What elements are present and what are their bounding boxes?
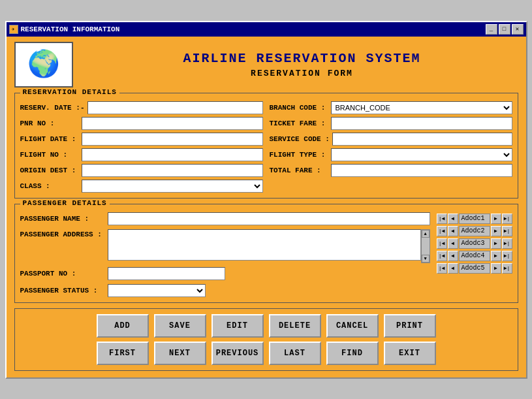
reserv-date-input[interactable] [87, 101, 263, 114]
adodc3-first-btn[interactable]: |◀ [437, 238, 447, 249]
app-title: AIRLINE RESERVATION SYSTEM [86, 51, 518, 66]
class-row: CLASS : [20, 180, 263, 193]
adodc2-first-btn[interactable]: |◀ [437, 226, 447, 236]
passport-no-input[interactable] [108, 267, 225, 280]
reservation-section-label: RESERVATION DETAILS [20, 88, 119, 96]
first-button[interactable]: FIRST [97, 342, 149, 365]
pnr-input[interactable] [82, 117, 263, 130]
exit-button[interactable]: EXIT [384, 342, 436, 365]
passenger-section-label: PASSENGER DETAILS [20, 199, 110, 207]
next-button[interactable]: NEXT [154, 342, 206, 365]
delete-button[interactable]: DELETE [269, 314, 321, 338]
buttons-section: ADD SAVE EDIT DELETE CANCEL PRINT FIRST … [14, 308, 518, 371]
adodc4-last-btn[interactable]: ▶| [502, 251, 512, 261]
passport-no-row: PASSPORT NO : [20, 267, 430, 280]
branch-code-label: BRANCH CODE : [270, 104, 328, 112]
service-code-input[interactable] [332, 133, 512, 146]
adodc5-next-btn[interactable]: ▶ [491, 263, 501, 274]
adodc1-first-btn[interactable]: |◀ [437, 214, 447, 224]
title-bar-controls: _ □ ✕ [486, 24, 524, 35]
branch-code-row: BRANCH CODE : BRANCH_CODE [270, 101, 512, 114]
service-code-row: SERVICE CODE : [270, 133, 512, 146]
form-subtitle: RESERVATION FORM [86, 69, 518, 78]
total-fare-label: TOTAL FARE : [270, 167, 328, 174]
adodc3-row: |◀ ◀ Adodc3 ▶ ▶| [437, 238, 512, 249]
scroll-up-btn[interactable]: ▲ [422, 230, 430, 238]
reservation-details-section: RESERVATION DETAILS RESERV. DATE :- PNR … [14, 93, 518, 199]
logo-box: 🌍 [14, 42, 73, 88]
adodc2-prev-btn[interactable]: ◀ [448, 226, 458, 236]
window-title: RESERVATION INFORMATION [21, 25, 120, 33]
adodc-controls: |◀ ◀ Adodc1 ▶ ▶| |◀ ◀ Adodc2 ▶ ▶| |◀ [437, 212, 512, 297]
ticket-fare-row: TICKET FARE : [270, 117, 512, 130]
adodc4-first-btn[interactable]: |◀ [437, 251, 447, 261]
adodc3-last-btn[interactable]: ▶| [502, 238, 512, 249]
adodc5-prev-btn[interactable]: ◀ [448, 263, 458, 274]
print-button[interactable]: PRINT [384, 314, 436, 338]
reserv-date-label: RESERV. DATE :- [20, 104, 85, 112]
adodc2-next-btn[interactable]: ▶ [491, 226, 501, 236]
passenger-status-select[interactable] [108, 284, 206, 297]
total-fare-row: TOTAL FARE : [270, 164, 512, 177]
pnr-label: PNR NO : [20, 120, 79, 127]
flight-no-label: FLIGHT NO : [20, 151, 79, 159]
right-column: BRANCH CODE : BRANCH_CODE TICKET FARE : … [270, 101, 512, 193]
close-button[interactable]: ✕ [512, 24, 524, 35]
left-column: RESERV. DATE :- PNR NO : FLIGHT DATE : F… [20, 101, 263, 193]
reserv-date-row: RESERV. DATE :- [20, 101, 263, 114]
adodc5-first-btn[interactable]: |◀ [437, 263, 447, 274]
pnr-row: PNR NO : [20, 117, 263, 130]
adodc1-last-btn[interactable]: ▶| [502, 214, 512, 224]
edit-button[interactable]: EDIT [211, 314, 264, 338]
minimize-button[interactable]: _ [486, 24, 497, 35]
branch-code-select[interactable]: BRANCH_CODE [331, 101, 512, 114]
adodc3-next-btn[interactable]: ▶ [491, 238, 501, 249]
passenger-name-row: PASSENGER NAME : [20, 212, 430, 225]
passenger-address-input[interactable] [108, 229, 421, 261]
adodc4-prev-btn[interactable]: ◀ [448, 251, 458, 261]
adodc1-label: Adodc1 [459, 214, 490, 224]
flight-date-input[interactable] [82, 133, 263, 146]
adodc3-label: Adodc3 [459, 238, 490, 249]
flight-type-select[interactable] [331, 148, 512, 161]
globe-icon: 🌍 [27, 48, 60, 80]
save-button[interactable]: SAVE [154, 314, 206, 338]
adodc3-prev-btn[interactable]: ◀ [448, 238, 458, 249]
main-window: ✈ RESERVATION INFORMATION _ □ ✕ 🌍 AIRLIN… [5, 21, 527, 379]
previous-button[interactable]: PREVIOUS [211, 342, 264, 365]
service-code-label: SERVICE CODE : [270, 135, 330, 143]
passenger-details-section: PASSENGER DETAILS PASSENGER NAME : PASSE… [14, 204, 518, 303]
cancel-button[interactable]: CANCEL [326, 314, 379, 338]
adodc2-last-btn[interactable]: ▶| [502, 226, 512, 236]
adodc5-last-btn[interactable]: ▶| [502, 263, 512, 274]
ticket-fare-input[interactable] [331, 117, 512, 130]
passenger-status-row: PASSENGER STATUS : [20, 284, 430, 297]
adodc2-label: Adodc2 [459, 226, 490, 236]
ticket-fare-label: TICKET FARE : [270, 120, 328, 127]
header-text: AIRLINE RESERVATION SYSTEM RESERVATION F… [86, 51, 518, 78]
passenger-content: PASSENGER NAME : PASSENGER ADDRESS : ▲ ▼ [20, 212, 512, 297]
window-icon: ✈ [9, 25, 18, 34]
scroll-down-btn[interactable]: ▼ [422, 255, 430, 263]
window-content: 🌍 AIRLINE RESERVATION SYSTEM RESERVATION… [7, 37, 526, 377]
adodc1-next-btn[interactable]: ▶ [491, 214, 501, 224]
class-select[interactable] [82, 180, 263, 193]
address-scrollbar[interactable]: ▲ ▼ [421, 229, 430, 263]
add-button[interactable]: ADD [97, 314, 149, 338]
origin-dest-input[interactable] [82, 164, 263, 177]
passenger-name-input[interactable] [108, 212, 430, 225]
adodc2-row: |◀ ◀ Adodc2 ▶ ▶| [437, 226, 512, 236]
adodc1-row: |◀ ◀ Adodc1 ▶ ▶| [437, 214, 512, 224]
title-bar-left: ✈ RESERVATION INFORMATION [9, 25, 120, 34]
flight-no-input[interactable] [82, 148, 263, 161]
adodc1-prev-btn[interactable]: ◀ [448, 214, 458, 224]
maximize-button[interactable]: □ [499, 24, 510, 35]
total-fare-input[interactable] [331, 164, 512, 177]
adodc4-next-btn[interactable]: ▶ [491, 251, 501, 261]
passenger-status-label: PASSENGER STATUS : [20, 287, 105, 295]
find-button[interactable]: FIND [326, 342, 379, 365]
address-container: ▲ ▼ [108, 229, 430, 263]
button-row-1: ADD SAVE EDIT DELETE CANCEL PRINT [20, 314, 512, 338]
last-button[interactable]: LAST [269, 342, 321, 365]
reservation-form-grid: RESERV. DATE :- PNR NO : FLIGHT DATE : F… [20, 101, 512, 193]
